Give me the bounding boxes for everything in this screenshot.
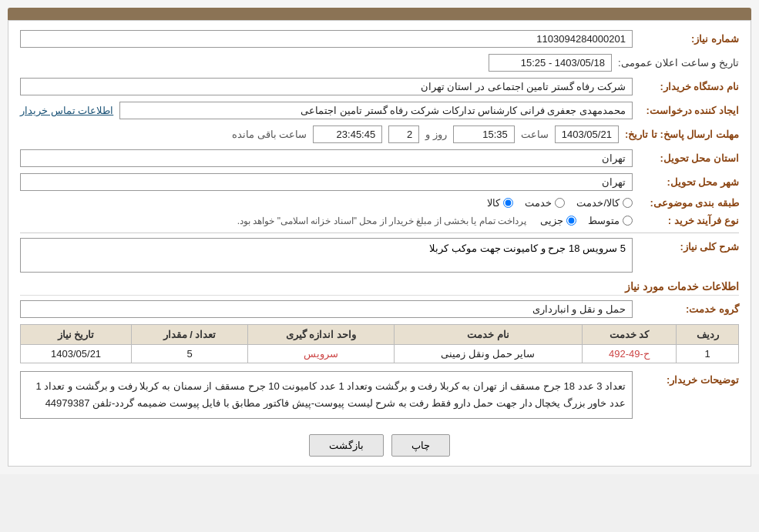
ostan-row: استان محل تحویل: تهران: [20, 149, 739, 167]
tarikh-aalan-label: تاریخ و ساعت اعلان عمومی:: [618, 57, 739, 69]
ostan-value: تهران: [20, 149, 633, 167]
col-vahed: واحد اندازه گیری: [247, 325, 394, 345]
cell-tedad: 5: [132, 345, 248, 363]
buttons-row: چاپ بازگشت: [20, 434, 739, 457]
sharh-label: شرح کلی نیاز:: [639, 238, 739, 253]
shahr-value: تهران: [20, 173, 633, 191]
radio-kala[interactable]: کالا: [487, 197, 513, 209]
radio-khedmat-label: خدمت: [525, 197, 552, 209]
idad-label: ایجاد کننده درخواست:: [639, 105, 739, 116]
service-table: ردیف کد خدمت نام خدمت واحد اندازه گیری ت…: [20, 324, 739, 363]
cell-tarikh: 1403/05/21: [21, 345, 132, 363]
nooe-radio-group: متوسط جزیی: [540, 215, 633, 226]
tabaqe-row: طبقه بندی موضوعی: کالا/خدمت خدمت کالا: [20, 197, 739, 209]
gorohe-khedmat-label: گروه خدمت:: [639, 303, 739, 315]
shahr-row: شهر محل تحویل: تهران: [20, 173, 739, 191]
nooe-farayand-row: نوع فرآیند خرید : متوسط جزیی پرداخت تمام…: [20, 215, 739, 226]
radio-motavasset-input[interactable]: [623, 216, 633, 226]
btn-print[interactable]: چاپ: [391, 434, 450, 457]
radio-kala-input[interactable]: [503, 198, 513, 208]
tosifat-row: توضیحات خریدار: تعداد 3 عدد 18 جرح مسقف …: [20, 371, 739, 427]
shomare-niaz-value: 1103094284000201: [20, 30, 633, 48]
mohlat-label: مهلت ارسال پاسخ: تا تاریخ:: [625, 129, 739, 140]
table-row: 1ح-49-492سایر حمل ونقل زمینیسرویس51403/0…: [21, 345, 739, 363]
rooz-label: روز و: [425, 129, 447, 140]
radio-jozee-input[interactable]: [566, 216, 576, 226]
tosifat-label: توضیحات خریدار:: [639, 371, 739, 386]
gorohe-khedmat-row: گروه خدمت: حمل و نقل و انبارداری: [20, 300, 739, 318]
tarikh-value: 1403/05/21: [555, 125, 619, 143]
rooz-value: 2: [388, 125, 419, 143]
radio-kala-khedmat-label: کالا/خدمت: [576, 197, 620, 209]
radio-motavasset-label: متوسط: [588, 215, 620, 226]
radio-kala-khedmat-input[interactable]: [623, 198, 633, 208]
radio-kala-label: کالا: [487, 197, 500, 209]
tabaqe-label: طبقه بندی موضوعی:: [639, 197, 739, 209]
shomare-niaz-label: شماره نیاز:: [639, 33, 739, 45]
btn-back[interactable]: بازگشت: [309, 434, 384, 457]
cell-kod: ح-49-492: [582, 345, 677, 363]
col-nam: نام خدمت: [394, 325, 582, 345]
idad-link[interactable]: اطلاعات تماس خریدار: [20, 105, 113, 116]
tarikh-aalan-value: 1403/05/18 - 15:25: [489, 54, 612, 72]
saat-mande-value: 23:45:45: [313, 125, 382, 143]
sharh-textarea[interactable]: [20, 238, 633, 273]
tabaqe-radio-group: کالا/خدمت خدمت کالا: [487, 197, 633, 209]
radio-khedmat-input[interactable]: [555, 198, 565, 208]
cell-nam: سایر حمل ونقل زمینی: [394, 345, 582, 363]
nooe-farayand-label: نوع فرآیند خرید :: [639, 215, 739, 226]
shahr-label: شهر محل تحویل:: [639, 176, 739, 188]
saat-label: ساعت: [521, 129, 549, 140]
shomare-niaz-row: شماره نیاز: 1103094284000201: [20, 30, 739, 48]
content-box: شماره نیاز: 1103094284000201 تاریخ و ساع…: [8, 20, 751, 467]
col-tedad: تعداد / مقدار: [132, 325, 248, 345]
gorohe-khedmat-value: حمل و نقل و انبارداری: [20, 300, 633, 318]
nam-dastgah-value: شرکت رفاه گستر تامین اجتماعی در استان ته…: [20, 78, 633, 95]
khadamat-section-title: اطلاعات خدمات مورد نیاز: [20, 280, 739, 296]
radio-jozee-label: جزیی: [540, 215, 563, 226]
cell-vahed: سرویس: [247, 345, 394, 363]
idad-row: ایجاد کننده درخواست: محمدمهدی جعفری فران…: [20, 102, 739, 119]
idad-value: محمدمهدی جعفری فرانی کارشناس تدارکات شرک…: [119, 102, 633, 119]
cell-radif: 1: [677, 345, 739, 363]
tarikh-aalan-row: تاریخ و ساعت اعلان عمومی: 1403/05/18 - 1…: [20, 54, 739, 72]
ostan-label: استان محل تحویل:: [639, 152, 739, 164]
radio-kala-khedmat[interactable]: کالا/خدمت: [576, 197, 633, 209]
mohlat-row: مهلت ارسال پاسخ: تا تاریخ: 1403/05/21 سا…: [20, 125, 739, 143]
nam-dastgah-label: نام دستگاه خریدار:: [639, 81, 739, 92]
col-tarikh: تاریخ نیاز: [21, 325, 132, 345]
radio-khedmat[interactable]: خدمت: [525, 197, 565, 209]
col-radif: ردیف: [677, 325, 739, 345]
saat-value: 15:35: [453, 125, 515, 143]
page-wrapper: شماره نیاز: 1103094284000201 تاریخ و ساع…: [0, 0, 759, 474]
tosifat-value: تعداد 3 عدد 18 جرح مسقف از تهران به کربل…: [20, 371, 633, 419]
sharh-row: شرح کلی نیاز:: [20, 238, 739, 273]
nooe-description: پرداخت تمام یا بخشی از مبلغ خریدار از مح…: [237, 216, 526, 226]
saat-mande-label: ساعت باقی مانده: [232, 129, 307, 140]
nam-dastgah-row: نام دستگاه خریدار: شرکت رفاه گستر تامین …: [20, 78, 739, 95]
page-title: [8, 8, 751, 20]
col-kod: کد خدمت: [582, 325, 677, 345]
radio-motavasset[interactable]: متوسط: [588, 215, 633, 226]
radio-jozee[interactable]: جزیی: [540, 215, 576, 226]
